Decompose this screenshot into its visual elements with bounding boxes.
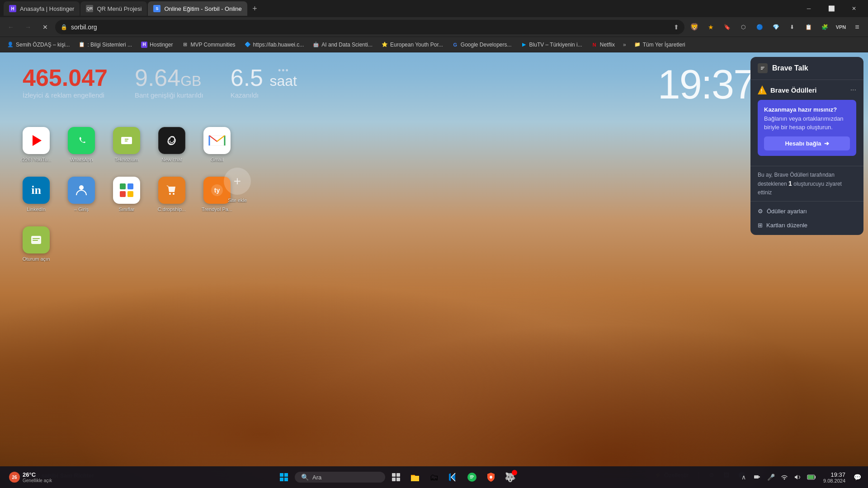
stat-trackers-number: 465.047 bbox=[23, 66, 108, 89]
rewards-settings-link[interactable]: ⚙ Ödüller ayarları bbox=[758, 206, 856, 216]
clock-widget[interactable]: 19:37 9.08.2024 bbox=[820, 471, 849, 483]
add-site-container[interactable]: + Site ekle bbox=[224, 168, 251, 203]
forward-button[interactable]: → bbox=[21, 20, 35, 34]
tab-hostinger[interactable]: H Anasayfa | Hostinger bbox=[4, 1, 80, 16]
toolbar-icon-2[interactable]: ⬡ bbox=[736, 20, 750, 34]
gmail-icon bbox=[203, 127, 231, 154]
menu-button[interactable]: ≡ bbox=[850, 20, 864, 34]
bookmark-icon-eyp: ⭐ bbox=[382, 42, 388, 48]
spotify-button[interactable] bbox=[464, 469, 480, 485]
rewards-more-button[interactable]: ··· bbox=[850, 86, 856, 94]
svg-rect-15 bbox=[280, 478, 283, 481]
new-tab-button[interactable]: + bbox=[248, 2, 261, 15]
shortcut-label-teknozium: Teknozium bbox=[115, 157, 139, 162]
vpn-button[interactable]: VPN bbox=[834, 20, 848, 34]
task-view-button[interactable] bbox=[388, 469, 404, 485]
svg-rect-16 bbox=[284, 478, 288, 481]
bookmark-ai[interactable]: 🤖 AI and Data Scienti... bbox=[309, 40, 376, 50]
toolbar: ← → ✕ 🔒 sorbil.org ⬆ 🦁 ★ 🔖 ⬡ 🔵 💎 ⬇ 📋 🧩 V… bbox=[0, 17, 868, 37]
bookmark-label-huawei: https://lab.huawei.c... bbox=[253, 42, 304, 48]
minimize-button[interactable]: ─ bbox=[798, 0, 819, 17]
vscode-button[interactable] bbox=[445, 469, 461, 485]
weather-widget[interactable]: 26 26°C Genellikle açık bbox=[5, 471, 56, 483]
microphone-icon[interactable]: 🎤 bbox=[765, 472, 776, 483]
battery-icon[interactable] bbox=[806, 472, 817, 483]
tab-qrmenu[interactable]: QR QR Menü Projesi bbox=[80, 1, 147, 16]
shortcut-cidropship[interactable]: C:dropship... bbox=[151, 172, 192, 217]
address-bar[interactable]: 🔒 sorbil.org ⬆ bbox=[55, 20, 684, 34]
tray-expand-button[interactable]: ∧ bbox=[738, 472, 749, 483]
bookmarks-more-button[interactable]: » bbox=[620, 40, 629, 50]
shortcut-whatsapp[interactable]: WhatsApp bbox=[61, 122, 102, 168]
toolbar-icon-3[interactable]: 🔵 bbox=[752, 20, 767, 34]
window-controls: ─ ⬜ ✕ bbox=[798, 0, 864, 17]
cards-edit-link[interactable]: ⊞ Kartları düzenle bbox=[758, 220, 856, 230]
bookmark-hostinger[interactable]: H Hostinger bbox=[137, 40, 176, 50]
bookmark-huawei[interactable]: 🔷 https://lab.huawei.c... bbox=[241, 40, 308, 50]
rewards-settings-label: Ödüller ayarları bbox=[767, 208, 807, 215]
bookmark-blutv[interactable]: ▶ BluTV – Türkiyenin i... bbox=[517, 40, 586, 50]
toolbar-icon-6[interactable]: 📋 bbox=[801, 20, 816, 34]
rewards-cta-text: Kazanmaya hazır mısınız? Bağlanın veya o… bbox=[764, 105, 850, 132]
rewards-settings-icon: ⚙ bbox=[758, 208, 763, 215]
tab-close-sorbil[interactable]: ✕ bbox=[245, 5, 248, 13]
chatgpt-icon bbox=[158, 127, 185, 154]
share-icon[interactable]: ⬆ bbox=[674, 23, 679, 31]
close-button[interactable]: ✕ bbox=[844, 0, 864, 17]
shortcut-siniflar[interactable]: Sınıflar bbox=[106, 172, 147, 217]
reload-button[interactable]: ✕ bbox=[38, 20, 52, 34]
extensions-button[interactable]: 🧩 bbox=[817, 20, 832, 34]
stat-trackers: 465.047 İzleyici & reklam engellendi bbox=[23, 66, 108, 99]
bookmark-label-hostinger: Hostinger bbox=[150, 42, 173, 48]
shortcut-label-whatsapp: WhatsApp bbox=[70, 157, 93, 162]
shortcut-youtube[interactable]: (226) YouTu... bbox=[16, 122, 57, 168]
maximize-button[interactable]: ⬜ bbox=[821, 0, 842, 17]
stat-bandwidth-label: Bant genişliği kurtarıldı bbox=[135, 91, 203, 99]
shortcuts-grid: (226) YouTu... WhatsApp Teknozium bbox=[16, 122, 237, 262]
bookmark-semih[interactable]: 👤 Semih ÖZDAŞ – kişi... bbox=[4, 40, 73, 50]
file-explorer-button[interactable] bbox=[407, 469, 423, 485]
bookmark-eyp[interactable]: ⭐ European Youth Por... bbox=[378, 40, 447, 50]
bookmark-icon-blutv: ▶ bbox=[521, 42, 527, 48]
back-button[interactable]: ← bbox=[4, 20, 18, 34]
bookmark-label-ai: AI and Data Scienti... bbox=[321, 42, 373, 48]
bookmark-netflix[interactable]: N Netflix bbox=[588, 40, 618, 50]
notifications-tray-button[interactable]: 💬 bbox=[852, 472, 863, 483]
shortcut-chatgpt[interactable]: New chat bbox=[151, 122, 192, 168]
bookmark-label-netflix: Netflix bbox=[600, 42, 615, 48]
taskbar-notifications-button[interactable]: 🐺 bbox=[502, 469, 518, 485]
bookmark-all[interactable]: 📁 Tüm Yer İşaretleri bbox=[631, 40, 689, 50]
shortcut-linkedin[interactable]: in LinkedIn bbox=[16, 172, 57, 217]
shortcut-gmail[interactable]: Gmail bbox=[197, 122, 237, 168]
tab-title-hostinger: Anasayfa | Hostinger bbox=[20, 5, 74, 12]
bookmark-icon-netflix: N bbox=[591, 42, 598, 48]
svg-rect-26 bbox=[815, 476, 816, 479]
add-site-button[interactable]: + bbox=[224, 168, 251, 195]
brave-rewards-button[interactable]: ★ bbox=[703, 20, 718, 34]
shortcut-teknozium[interactable]: Teknozium bbox=[106, 122, 147, 168]
shortcut-label-youtube: (226) YouTu... bbox=[21, 157, 52, 162]
volume-icon[interactable] bbox=[793, 472, 803, 483]
tab-favicon-qr: QR bbox=[86, 5, 93, 12]
bookmark-bilgi[interactable]: 📋 : Bilgi Sistemleri ... bbox=[75, 40, 136, 50]
tab-sorbil[interactable]: S Online Eğitim - Sorbil - Online ✕ bbox=[148, 1, 247, 16]
taskbar-files-button[interactable]: 🗂 bbox=[426, 469, 442, 485]
toolbar-icon-5[interactable]: ⬇ bbox=[785, 20, 799, 34]
connect-button[interactable]: Hesabı bağla ➔ bbox=[764, 136, 850, 150]
bookmark-mvp[interactable]: ⊞ MVP Communities bbox=[178, 40, 239, 50]
shortcut-giris[interactable]: – Giriş bbox=[61, 172, 102, 217]
bookmark-google-dev[interactable]: G Google Developers... bbox=[448, 40, 515, 50]
tab-title-sorbil: Online Eğitim - Sorbil - Online bbox=[164, 5, 241, 12]
brave-shield-button[interactable]: 🦁 bbox=[687, 20, 702, 34]
shortcut-oturum[interactable]: Oturum açın bbox=[16, 222, 57, 262]
brave-taskbar-button[interactable] bbox=[483, 469, 499, 485]
stat-trackers-label: İzleyici & reklam engellendi bbox=[23, 91, 108, 99]
toolbar-icon-1[interactable]: 🔖 bbox=[720, 20, 734, 34]
taskbar-search[interactable]: 🔍 Ara bbox=[295, 472, 385, 483]
toolbar-icon-4[interactable]: 💎 bbox=[769, 20, 783, 34]
wifi-icon[interactable] bbox=[779, 472, 790, 483]
tray-icon-1[interactable] bbox=[752, 472, 763, 483]
giris-icon bbox=[68, 177, 95, 204]
bookmark-label-bilgi: : Bilgi Sistemleri ... bbox=[87, 42, 132, 48]
windows-start-button[interactable] bbox=[276, 469, 292, 485]
